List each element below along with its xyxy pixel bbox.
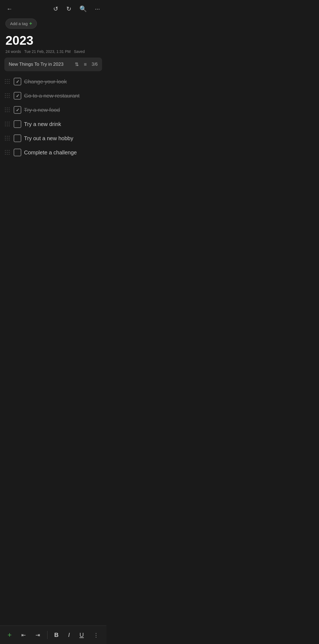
search-button[interactable]: 🔍 [78,4,88,14]
note-status: Saved [74,49,85,54]
drag-handle-icon[interactable] [5,107,10,112]
checkbox[interactable] [14,149,21,156]
checkbox[interactable] [14,106,21,114]
item-label: Try a new drink [24,121,61,127]
checkbox[interactable] [14,134,21,142]
drag-handle-icon[interactable] [5,79,10,84]
more-button[interactable]: ··· [94,4,101,14]
note-date: Tue 21 Feb, 2023, 1:31 PM [24,49,71,54]
item-label: Try a new food [24,107,60,113]
add-tag-label: Add a tag [10,21,28,26]
add-tag-button[interactable]: Add a tag + [5,19,37,29]
checkbox[interactable] [14,120,21,128]
list-item: Go to a new restaurant [3,89,104,103]
add-tag-plus-icon: + [29,21,32,26]
top-bar-right: ↺ ↻ 🔍 ··· [52,4,101,14]
checkbox[interactable] [14,78,21,85]
tag-area: Add a tag + [0,16,106,32]
item-label: Complete a challenge [24,149,77,156]
sort-icon[interactable]: ⇅ [75,61,79,67]
checklist-header-title: New Things To Try in 2023 [9,62,64,67]
drag-handle-icon[interactable] [5,93,10,98]
note-meta: 24 words Tue 21 Feb, 2023, 1:31 PM Saved [0,49,106,58]
back-button[interactable]: ← [5,4,14,14]
item-label: Go to a new restaurant [24,93,79,99]
drag-handle-icon[interactable] [5,136,10,141]
note-title[interactable]: 2023 [0,32,106,49]
list-item: Complete a challenge [3,145,104,160]
drag-handle-icon[interactable] [5,122,10,127]
item-label: Try out a new hobby [24,135,73,142]
top-bar-left: ← [5,4,14,14]
list-item: Try a new drink [3,117,104,131]
checklist-header: New Things To Try in 2023 ⇅ ≡ 3/6 [4,58,102,71]
list-item: Try out a new hobby [3,131,104,145]
item-label: Change your look [24,79,67,85]
checklist-count: 3/6 [92,62,98,67]
align-icon[interactable]: ≡ [84,62,87,67]
word-count: 24 words [5,49,21,54]
list-item: Try a new food [3,103,104,117]
checklist-header-actions: ⇅ ≡ 3/6 [75,61,98,67]
top-bar: ← ↺ ↻ 🔍 ··· [0,0,106,16]
list-item: Change your look [3,74,104,89]
redo-button[interactable]: ↻ [65,4,72,14]
checkbox[interactable] [14,92,21,100]
checklist: Change your lookGo to a new restaurantTr… [0,74,106,160]
drag-handle-icon[interactable] [5,150,10,155]
undo-button[interactable]: ↺ [52,4,59,14]
